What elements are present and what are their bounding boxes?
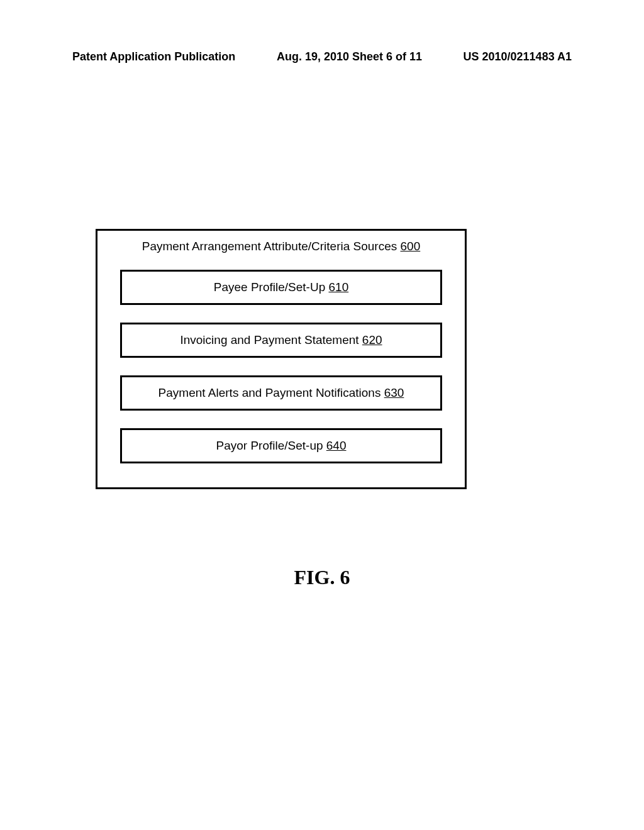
inner-box-ref: 640 — [326, 439, 347, 452]
figure-caption: FIG. 6 — [0, 566, 644, 589]
inner-box-ref: 610 — [329, 280, 349, 294]
inner-box-ref: 630 — [384, 386, 404, 399]
inner-box-alerts: Payment Alerts and Payment Notifications… — [120, 375, 442, 411]
inner-box-text: Payment Alerts and Payment Notifications — [158, 386, 384, 399]
header-publication-label: Patent Application Publication — [72, 50, 235, 64]
outer-box-title-text: Payment Arrangement Attribute/Criteria S… — [142, 240, 401, 253]
inner-box-payee-profile: Payee Profile/Set-Up 610 — [120, 270, 442, 305]
outer-box-title-ref: 600 — [401, 240, 421, 253]
header-date-sheet: Aug. 19, 2010 Sheet 6 of 11 — [277, 50, 422, 64]
diagram-outer-box: Payment Arrangement Attribute/Criteria S… — [96, 229, 467, 489]
outer-box-title: Payment Arrangement Attribute/Criteria S… — [120, 240, 442, 253]
inner-box-text: Payor Profile/Set-up — [216, 439, 326, 452]
inner-box-text: Payee Profile/Set-Up — [214, 280, 329, 294]
inner-box-ref: 620 — [362, 333, 382, 346]
patent-page: Patent Application Publication Aug. 19, … — [0, 0, 644, 830]
inner-box-text: Invoicing and Payment Statement — [180, 333, 362, 346]
inner-box-payor-profile: Payor Profile/Set-up 640 — [120, 428, 442, 463]
page-header: Patent Application Publication Aug. 19, … — [72, 50, 572, 64]
inner-box-invoicing: Invoicing and Payment Statement 620 — [120, 323, 442, 358]
header-patent-number: US 2010/0211483 A1 — [464, 50, 572, 64]
